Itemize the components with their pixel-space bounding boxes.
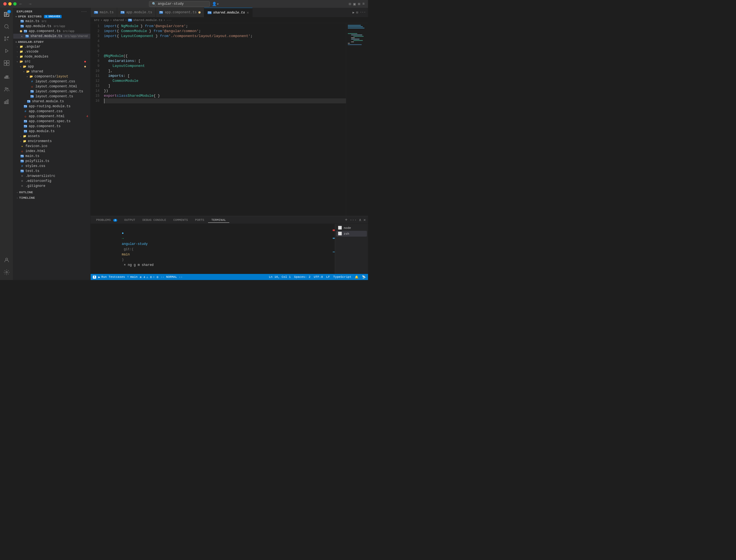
tree-node-modules[interactable]: › 📁 node_modules: [13, 54, 90, 59]
branch-status[interactable]: ⑂ main: [127, 275, 137, 279]
breadcrumb-src[interactable]: src: [94, 19, 100, 22]
tree-environments[interactable]: › 📁 environments: [13, 139, 90, 144]
tab-app-module[interactable]: TS app.module.ts: [117, 8, 156, 17]
panel-tab-ports[interactable]: PORTS: [192, 217, 208, 223]
terminal-main[interactable]: ● → angular-study git:( main ) × ng g m …: [91, 224, 333, 274]
file-name: shared.module.ts: [32, 100, 64, 103]
sidebar-menu-icon[interactable]: ···: [81, 10, 87, 13]
tree-shared-module[interactable]: TS shared.module.ts: [13, 99, 90, 104]
tree-browserslistrc[interactable]: ≡ .browserslistrc: [13, 174, 90, 179]
more-actions-icon[interactable]: ···: [360, 11, 366, 14]
tree-layout-spec[interactable]: TS layout.component.spec.ts: [13, 89, 90, 94]
run-icon[interactable]: ▶: [353, 11, 355, 15]
layout-icon-4[interactable]: ≡: [363, 2, 365, 6]
code-area[interactable]: import { NgModule } from '@angular/core'…: [102, 23, 346, 216]
maximize-button[interactable]: [13, 2, 17, 6]
tree-main-ts[interactable]: TS main.ts: [13, 154, 90, 159]
tree-src[interactable]: ▾ 📂 src: [13, 59, 90, 64]
extensions-activity-icon[interactable]: [1, 57, 12, 69]
tree-index-html[interactable]: ◇ index.html: [13, 149, 90, 154]
panel-tab-output[interactable]: OUTPUT: [121, 217, 139, 223]
run-debug-activity-icon[interactable]: [1, 45, 12, 56]
breadcrumb-more[interactable]: ···: [166, 19, 172, 22]
tree-app-component-ts[interactable]: TS app.component.ts: [13, 124, 90, 129]
terminal-instance-zsh[interactable]: ⬜ zsh: [336, 231, 367, 237]
terminal-instance-node[interactable]: ⬜ node: [336, 225, 367, 231]
tree-app-module[interactable]: TS app.module.ts: [13, 129, 90, 134]
settings-activity-icon[interactable]: [1, 267, 12, 278]
panel-tab-debug[interactable]: DEBUG CONSOLE: [139, 217, 169, 223]
tree-angular[interactable]: › 📁 .angular: [13, 44, 90, 49]
tree-components-layout[interactable]: ▾ 📂 components/layout: [13, 74, 90, 79]
tree-test-ts[interactable]: TS test.ts: [13, 169, 90, 174]
panel-tab-problems[interactable]: PROBLEMS 4: [93, 217, 121, 223]
tree-shared[interactable]: ▾ 📂 shared: [13, 69, 90, 74]
close-icon[interactable]: ✕: [20, 34, 24, 38]
more-panel-icon[interactable]: ···: [350, 218, 357, 222]
notifications-icon[interactable]: 🔔: [355, 275, 359, 279]
panel-tab-terminal[interactable]: TERMINAL: [208, 217, 229, 223]
tab-close-icon[interactable]: ✕: [247, 10, 249, 15]
open-file-app-component[interactable]: TS app.component.ts src/app: [13, 29, 90, 34]
tree-gitignore[interactable]: ≡ .gitignore: [13, 184, 90, 189]
layout-icon-2[interactable]: ▣: [354, 2, 356, 6]
breadcrumb-file[interactable]: TS shared.module.ts: [128, 19, 162, 22]
close-panel-icon[interactable]: ✕: [364, 218, 366, 222]
open-file-main-ts[interactable]: TS main.ts src: [13, 19, 90, 24]
layout-icon-3[interactable]: ⊞: [358, 2, 360, 6]
tree-editorconfig[interactable]: ≡ .editorconfig: [13, 179, 90, 184]
tab-shared-module[interactable]: TS shared.module.ts ✕: [204, 8, 253, 17]
extension-status[interactable]: X: [93, 276, 96, 279]
open-file-app-module[interactable]: TS app.module.ts src/app: [13, 24, 90, 29]
tree-layout-html[interactable]: ◇ layout.component.html: [13, 84, 90, 89]
tree-layout-css[interactable]: # layout.component.css: [13, 79, 90, 84]
tree-app-html[interactable]: ◇ app.component.html 4: [13, 114, 90, 119]
tree-app-routing[interactable]: TS app-routing.module.ts: [13, 104, 90, 109]
docker-activity-icon[interactable]: [1, 72, 12, 83]
tree-app[interactable]: ▾ 📂 app: [13, 64, 90, 69]
tree-assets[interactable]: › 📁 assets: [13, 134, 90, 139]
folder-icon: 📁: [22, 139, 27, 143]
outline-section[interactable]: › OUTLINE: [13, 190, 90, 195]
tree-layout-ts[interactable]: TS layout.component.ts: [13, 94, 90, 99]
tree-app-spec[interactable]: TS app.component.spec.ts: [13, 119, 90, 124]
broadcast-icon[interactable]: 📡: [362, 275, 366, 279]
tree-vscode[interactable]: › 📁 .vscode: [13, 49, 90, 54]
split-editor-icon[interactable]: ⊟: [356, 11, 358, 15]
errors-status[interactable]: ⊗ 4 ⚠ 0 ⚐ 0: [140, 275, 158, 279]
open-editors-section[interactable]: ▼ OPEN EDITORS 1 unsaved: [13, 14, 90, 19]
source-control-activity-icon[interactable]: [1, 33, 12, 44]
encoding-status[interactable]: UTF-8: [314, 275, 323, 279]
search-bar[interactable]: 🔍 angular-study 👤▾: [149, 1, 219, 7]
tree-polyfills[interactable]: TS polyfills.ts: [13, 159, 90, 164]
collapse-panel-icon[interactable]: ∧: [359, 218, 361, 222]
project-section[interactable]: ▼ ANGULAR-STUDY: [13, 40, 90, 44]
tab-app-component[interactable]: TS app.component.ts: [156, 8, 204, 17]
tab-main-ts[interactable]: TS main.ts: [91, 8, 117, 17]
teams-activity-icon[interactable]: [1, 84, 12, 95]
nav-forward-button[interactable]: →: [28, 2, 32, 6]
tree-app-css[interactable]: # app.component.css: [13, 109, 90, 114]
search-activity-icon[interactable]: [1, 21, 12, 32]
cursor-status[interactable]: Ln 16, Col 1: [269, 275, 291, 279]
breadcrumb-app[interactable]: app: [103, 19, 109, 22]
language-status[interactable]: TypeScript: [333, 275, 352, 279]
tree-styles-css[interactable]: # styles.css: [13, 164, 90, 169]
add-terminal-icon[interactable]: +: [345, 218, 348, 223]
close-button[interactable]: [3, 2, 7, 6]
account-activity-icon[interactable]: [1, 255, 12, 266]
run-testcases[interactable]: ▶ Run Testcases: [98, 275, 125, 279]
nav-back-button[interactable]: ←: [19, 2, 23, 6]
tree-favicon[interactable]: ★ favicon.ico: [13, 144, 90, 149]
chart-activity-icon[interactable]: [1, 96, 12, 107]
timeline-section[interactable]: › TIMELINE: [13, 195, 90, 201]
panel-tab-comments[interactable]: COMMENTS: [170, 217, 191, 223]
line-ending-status[interactable]: LF: [326, 275, 330, 279]
spaces-status[interactable]: Spaces: 2: [294, 275, 310, 279]
layout-icon-1[interactable]: ⊟: [349, 2, 351, 6]
breadcrumb-shared[interactable]: shared: [113, 19, 124, 22]
open-file-shared-module[interactable]: ✕ TS shared.module.ts src/app/shared: [13, 34, 90, 39]
account-menu[interactable]: 👤▾: [212, 2, 219, 6]
explorer-activity-icon[interactable]: 1: [1, 9, 12, 20]
minimize-button[interactable]: [8, 2, 12, 6]
